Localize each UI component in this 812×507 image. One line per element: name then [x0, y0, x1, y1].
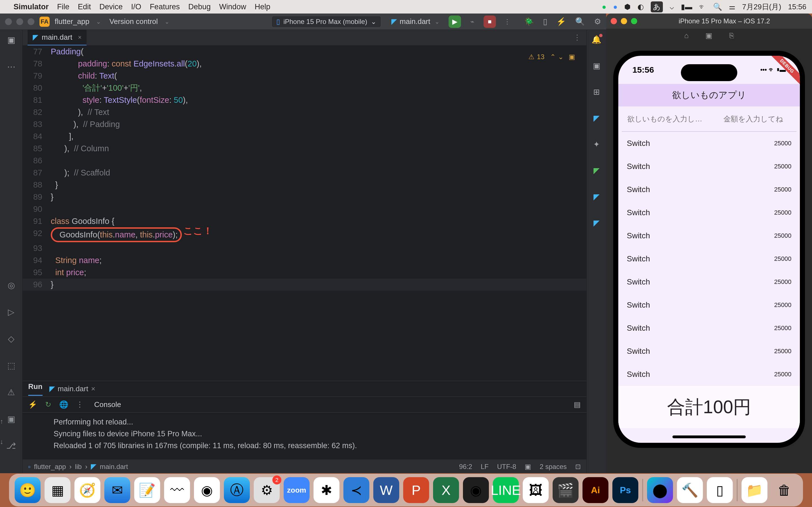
expand-icon[interactable]: ▣	[569, 51, 575, 63]
project-badge[interactable]: FA	[40, 17, 50, 27]
excel-icon[interactable]: X	[433, 477, 459, 503]
code-content[interactable]: ), // Padding	[51, 118, 587, 130]
code-content[interactable]: '合計'+'100'+'円',	[51, 82, 587, 94]
globe-icon[interactable]: 🌐	[59, 400, 68, 409]
code-line[interactable]: 94 String name;	[22, 255, 587, 267]
wifi-icon[interactable]: ᯤ	[699, 3, 706, 11]
code-content[interactable]: ); // Scaffold	[51, 167, 587, 179]
menu-device[interactable]: Device	[100, 3, 123, 11]
window-traffic-lights[interactable]	[5, 18, 35, 25]
bluetooth-icon[interactable]: ⌵	[670, 3, 674, 11]
safari-icon[interactable]: 🧭	[74, 477, 100, 503]
code-line[interactable]: 77Padding(	[22, 46, 587, 58]
code-line[interactable]: 95 int price;	[22, 267, 587, 279]
code-content[interactable]: }	[51, 179, 587, 191]
tool-icon[interactable]: ▣	[593, 61, 600, 70]
menulet-icon[interactable]: ◐	[638, 3, 644, 11]
phone-screen[interactable]: DEBUG 15:56 ••• ᯤ ▮▬ 欲しいものアプリ 保存 Switch2…	[618, 56, 800, 443]
chevron-down-icon[interactable]: ⌄	[558, 51, 564, 63]
powerpoint-icon[interactable]: P	[403, 477, 429, 503]
sparkle-icon[interactable]: ✦	[593, 140, 600, 149]
line-icon[interactable]: LINE	[493, 477, 519, 503]
more-icon[interactable]: ⋮	[573, 33, 581, 42]
item-name-input[interactable]	[627, 115, 719, 123]
menu-debug[interactable]: Debug	[188, 3, 211, 11]
device-icon[interactable]: ▯	[543, 17, 547, 26]
settings-icon[interactable]: ⚙2	[254, 477, 280, 503]
layout-icon[interactable]: ▤	[574, 400, 581, 409]
figma-icon[interactable]: ◉	[463, 477, 489, 503]
breadcrumb-item[interactable]: main.dart	[100, 463, 128, 471]
breadcrumb-item[interactable]: flutter_app	[34, 463, 66, 471]
date-label[interactable]: 7月29日(月)	[742, 2, 781, 12]
menu-features[interactable]: Features	[150, 3, 180, 11]
diamond-icon[interactable]: ◇	[8, 334, 14, 344]
project-name[interactable]: flutter_app	[55, 17, 89, 26]
code-content[interactable]: class GoodsInfo {	[51, 215, 587, 227]
code-line[interactable]: 87 ); // Scaffold	[22, 167, 587, 179]
code-line[interactable]: 93	[22, 242, 587, 255]
more-icon[interactable]: ⋮	[501, 15, 513, 28]
play-tool-icon[interactable]: ▷	[8, 307, 14, 317]
illustrator-icon[interactable]: Ai	[582, 477, 608, 503]
menu-window[interactable]: Window	[219, 3, 246, 11]
stop-button[interactable]: ■	[484, 15, 496, 28]
chevron-up-icon[interactable]: ⌃	[550, 51, 556, 63]
list-item[interactable]: Switch25000	[618, 155, 800, 178]
notifications-icon[interactable]: 🔔	[592, 35, 601, 44]
version-control[interactable]: Version control	[109, 17, 158, 26]
flutter-icon[interactable]: ◤	[594, 192, 600, 202]
code-content[interactable]: style: TextStyle(fontSize: 50),	[51, 94, 587, 106]
copy-icon[interactable]: ⎘	[729, 31, 734, 40]
vscode-icon[interactable]: ≺	[343, 477, 369, 503]
spotlight-icon[interactable]: 🔍	[713, 3, 722, 11]
code-line[interactable]: 80 '合計'+'100'+'円',	[22, 82, 587, 94]
list-item[interactable]: Switch25000	[618, 247, 800, 270]
code-content[interactable]: ), // Text	[51, 106, 587, 118]
photoshop-icon[interactable]: Ps	[612, 477, 638, 503]
chevron-down-icon[interactable]: ⌄	[165, 18, 169, 25]
price-input[interactable]	[723, 115, 800, 123]
freeform-icon[interactable]: 〰	[164, 477, 190, 503]
code-content[interactable]	[51, 242, 587, 255]
code-line[interactable]: 88 }	[22, 179, 587, 191]
run-config-selector[interactable]: ◤ main.dart ⌄	[391, 17, 440, 26]
code-content[interactable]: ],	[51, 130, 587, 143]
list-item[interactable]: Switch25000	[618, 178, 800, 201]
code-line[interactable]: 82 ), // Text	[22, 106, 587, 118]
menulet-icon[interactable]: ⬢	[624, 3, 631, 11]
down-icon[interactable]: ↓	[0, 436, 3, 448]
code-editor[interactable]: ⚠ 13 ⌃ ⌄ ▣ ここ！ 77Padding(78 padding: con…	[22, 46, 587, 381]
trash-icon[interactable]: 🗑	[771, 477, 797, 503]
circle-icon[interactable]: ◎	[8, 280, 15, 290]
list-item[interactable]: Switch25000	[618, 317, 800, 340]
close-icon[interactable]: ×	[78, 34, 82, 41]
restart-icon[interactable]: ↻	[45, 400, 51, 409]
code-content[interactable]: int price;	[51, 267, 587, 279]
code-line[interactable]: 85 ), // Column	[22, 143, 587, 155]
appstore-icon[interactable]: Ⓐ	[224, 477, 250, 503]
zoom-icon[interactable]: zoom	[284, 477, 310, 503]
chrome-icon[interactable]: ◉	[194, 477, 220, 503]
indent[interactable]: 2 spaces	[540, 463, 567, 471]
console-output[interactable]: ↑ ↓ Performing hot reload... Syncing fil…	[22, 413, 587, 460]
cursor-position[interactable]: 96:2	[459, 463, 472, 471]
code-line[interactable]: 79 child: Text(	[22, 70, 587, 82]
console-file-tab[interactable]: ◤ main.dart ×	[49, 385, 96, 393]
code-content[interactable]: padding: const EdgeInsets.all(20),	[51, 58, 587, 70]
zoom-menulet-icon[interactable]: ●	[613, 3, 618, 11]
code-line[interactable]: 84 ],	[22, 130, 587, 143]
list-item[interactable]: Switch25000	[618, 201, 800, 224]
encoding[interactable]: UTF-8	[497, 463, 516, 471]
menu-edit[interactable]: Edit	[78, 3, 91, 11]
code-content[interactable]	[51, 203, 587, 215]
tool-icon[interactable]: ⊞	[593, 87, 600, 97]
menu-io[interactable]: I/O	[131, 3, 141, 11]
code-line[interactable]: 90	[22, 203, 587, 215]
more-icon[interactable]: ⋮	[76, 400, 84, 409]
time-label[interactable]: 15:56	[788, 3, 806, 11]
run-tab[interactable]: Run	[28, 382, 43, 396]
bolt-icon[interactable]: ⚡	[556, 17, 566, 26]
close-icon[interactable]: ×	[91, 385, 95, 393]
code-content[interactable]	[51, 155, 587, 167]
